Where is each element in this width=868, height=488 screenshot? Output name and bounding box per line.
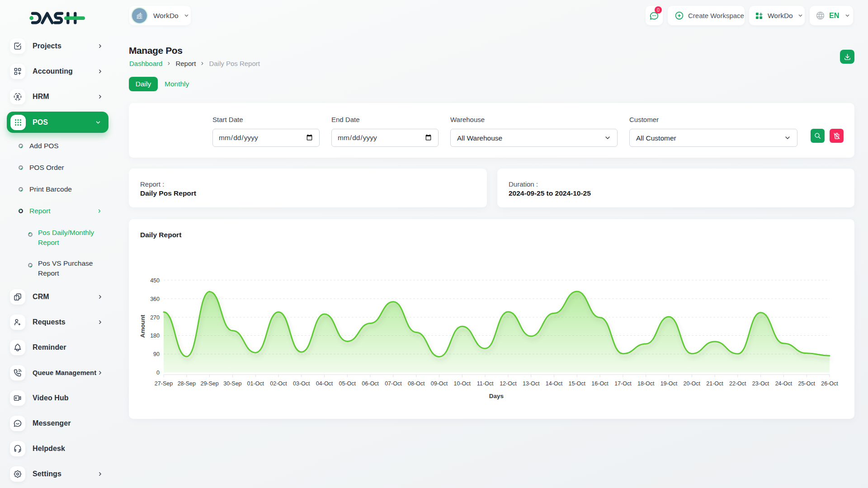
svg-text:13-Oct: 13-Oct	[523, 380, 540, 387]
svg-text:02-Oct: 02-Oct	[270, 380, 287, 387]
svg-text:07-Oct: 07-Oct	[385, 380, 402, 387]
svg-text:0: 0	[156, 370, 160, 376]
svg-text:270: 270	[150, 314, 160, 321]
svg-text:15-Oct: 15-Oct	[569, 380, 586, 387]
svg-text:16-Oct: 16-Oct	[591, 380, 609, 387]
svg-text:03-Oct: 03-Oct	[293, 380, 310, 387]
svg-text:90: 90	[153, 351, 160, 357]
svg-text:22-Oct: 22-Oct	[729, 380, 746, 387]
svg-text:23-Oct: 23-Oct	[752, 380, 769, 387]
svg-text:18-Oct: 18-Oct	[637, 380, 655, 387]
svg-text:14-Oct: 14-Oct	[546, 380, 563, 387]
svg-text:04-Oct: 04-Oct	[316, 380, 333, 387]
svg-text:Amount: Amount	[139, 314, 146, 338]
svg-text:26-Oct: 26-Oct	[821, 380, 838, 387]
svg-text:30-Sep: 30-Sep	[223, 380, 241, 387]
svg-text:450: 450	[150, 277, 160, 284]
svg-text:180: 180	[150, 333, 160, 339]
svg-text:12-Oct: 12-Oct	[500, 380, 517, 387]
svg-text:25-Oct: 25-Oct	[798, 380, 815, 387]
svg-text:10-Oct: 10-Oct	[454, 380, 471, 387]
svg-text:17-Oct: 17-Oct	[614, 380, 632, 387]
svg-text:360: 360	[150, 296, 160, 302]
svg-text:21-Oct: 21-Oct	[706, 380, 723, 387]
svg-text:20-Oct: 20-Oct	[683, 380, 700, 387]
svg-text:05-Oct: 05-Oct	[339, 380, 356, 387]
svg-text:08-Oct: 08-Oct	[408, 380, 425, 387]
svg-text:27-Sep: 27-Sep	[155, 380, 173, 387]
svg-text:Days: Days	[489, 393, 504, 399]
svg-text:09-Oct: 09-Oct	[431, 380, 448, 387]
svg-text:28-Sep: 28-Sep	[178, 380, 196, 387]
svg-text:06-Oct: 06-Oct	[362, 380, 379, 387]
svg-text:24-Oct: 24-Oct	[775, 380, 793, 387]
svg-text:01-Oct: 01-Oct	[247, 380, 264, 387]
svg-text:11-Oct: 11-Oct	[477, 380, 494, 387]
svg-text:29-Sep: 29-Sep	[200, 380, 218, 387]
svg-text:19-Oct: 19-Oct	[660, 380, 678, 387]
